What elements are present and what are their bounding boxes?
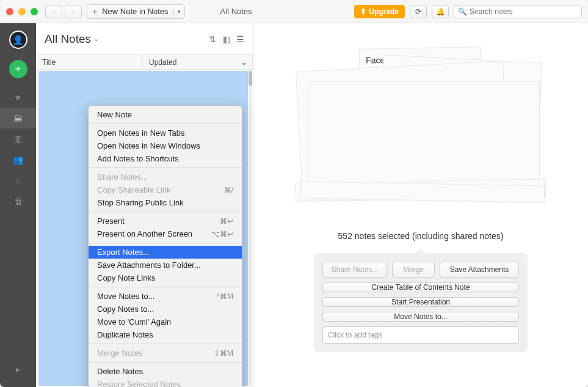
ctx-duplicate[interactable]: Duplicate Notes xyxy=(89,328,242,341)
scrollbar-track xyxy=(249,71,252,386)
detail-panel: Facebook 552 notes selected (including s… xyxy=(253,23,588,387)
create-toc-button[interactable]: Create Table of Contents Note xyxy=(322,282,519,292)
view-button[interactable]: ▥ xyxy=(222,34,230,44)
user-icon: 👤 xyxy=(13,35,23,45)
ctx-separator xyxy=(89,123,242,124)
trash-icon: 🗑 xyxy=(14,196,23,206)
plus-icon: + xyxy=(15,63,21,76)
ctx-copy-to[interactable]: Copy Notes to... xyxy=(89,303,242,315)
shortcut-label: ⇧⌘M xyxy=(214,349,233,358)
ctx-separator xyxy=(89,344,242,344)
shortcut-label: ⌘/ xyxy=(224,186,233,194)
ctx-delete[interactable]: Delete Notes xyxy=(89,365,242,378)
list-tools: ⇅ ▥ ☰ xyxy=(209,34,244,44)
notebook-icon: ▥ xyxy=(14,134,22,144)
sidebar-item-collapse[interactable]: ▸ xyxy=(0,359,36,380)
chevron-down-icon[interactable]: ▾ xyxy=(173,9,184,15)
plus-icon: + xyxy=(87,7,102,17)
window-title: All Notes xyxy=(220,7,252,16)
forward-button[interactable]: › xyxy=(65,5,82,18)
collapse-icon: ▸ xyxy=(16,364,20,374)
upgrade-label: Upgrade xyxy=(369,7,399,16)
save-attachments-button[interactable]: Save Attachments xyxy=(440,262,519,278)
new-note-button[interactable]: + New Note in Notes ▾ xyxy=(87,4,185,19)
notifications-button[interactable]: 🔔 xyxy=(432,5,449,18)
start-presentation-button[interactable]: Start Presentation xyxy=(322,297,519,307)
sidebar-item-trash[interactable]: 🗑 xyxy=(0,191,36,212)
ctx-separator xyxy=(89,287,242,287)
ctx-copy-shareable: Copy Shareable Link ⌘/ xyxy=(89,183,242,196)
selection-count-text: 552 notes selected (including shared not… xyxy=(338,231,504,241)
zoom-window-button[interactable] xyxy=(31,8,38,15)
ctx-move-cumi[interactable]: Move to 'Cumi' Again xyxy=(89,315,242,328)
column-title[interactable]: Title xyxy=(36,55,143,69)
share-notes-button[interactable]: Share Notes... xyxy=(322,262,387,278)
upgrade-icon: ⬆ xyxy=(360,7,366,16)
column-updated[interactable]: Updated ⌄ xyxy=(143,55,253,69)
shortcut-label: ⌘↩ xyxy=(220,217,233,226)
chevron-down-icon: ⌄ xyxy=(93,35,99,43)
ctx-share-notes: Share Notes... xyxy=(89,171,242,183)
bulk-actions-panel: Share Notes... Merge Save Attachments Cr… xyxy=(314,253,528,352)
ctx-separator xyxy=(89,362,242,363)
ctx-open-tabs[interactable]: Open Notes in New Tabs xyxy=(89,127,242,139)
ctx-save-attachments[interactable]: Save Attachments to Folder... xyxy=(89,259,242,271)
ctx-separator xyxy=(89,168,242,168)
sidebar-item-notebooks[interactable]: ▥ xyxy=(0,128,36,149)
avatar[interactable]: 👤 xyxy=(9,31,27,49)
column-headers: Title Updated ⌄ xyxy=(36,55,253,70)
ctx-export-notes[interactable]: Export Notes... xyxy=(89,246,242,259)
tags-placeholder: Click to add tags xyxy=(328,331,382,339)
star-icon: ★ xyxy=(14,92,22,102)
ctx-present[interactable]: Present ⌘↩ xyxy=(89,215,242,227)
people-icon: 👥 xyxy=(13,155,23,164)
note-icon: ▤ xyxy=(14,113,22,123)
app-window: ‹ › + New Note in Notes ▾ All Notes ⬆ Up… xyxy=(0,0,588,387)
ctx-present-other[interactable]: Present on Another Screen ⌥⌘↩ xyxy=(89,227,242,240)
sync-icon: ⟳ xyxy=(415,7,421,16)
ctx-separator xyxy=(89,243,242,243)
tags-input[interactable]: Click to add tags xyxy=(322,326,519,344)
list-title-dropdown[interactable]: All Notes ⌄ xyxy=(45,32,99,46)
sidebar-item-notes[interactable]: ▤ xyxy=(0,108,36,128)
merge-button[interactable]: Merge xyxy=(392,262,435,278)
back-button[interactable]: ‹ xyxy=(45,5,62,18)
scrollbar-thumb[interactable] xyxy=(249,71,252,86)
sidebar-item-shared[interactable]: 👥 xyxy=(0,149,36,170)
tag-icon: ⌂ xyxy=(15,175,20,185)
ctx-copy-links[interactable]: Copy Note Links xyxy=(89,271,242,284)
chevron-down-icon: ⌄ xyxy=(241,58,247,67)
ctx-restore: Restore Selected Notes xyxy=(89,378,242,387)
filter-button[interactable]: ☰ xyxy=(236,34,244,44)
ctx-move-to[interactable]: Move Notes to... ^⌘M xyxy=(89,290,242,303)
bell-icon: 🔔 xyxy=(436,7,445,16)
list-title-label: All Notes xyxy=(45,32,91,46)
upgrade-button[interactable]: ⬆ Upgrade xyxy=(354,5,405,18)
list-header: All Notes ⌄ ⇅ ▥ ☰ xyxy=(36,23,253,55)
ctx-new-note[interactable]: New Note xyxy=(89,108,242,121)
sidebar-item-tags[interactable]: ⌂ xyxy=(0,170,36,191)
add-note-button[interactable]: + xyxy=(9,60,27,78)
shortcut-label: ⌥⌘↩ xyxy=(211,230,233,238)
sort-button[interactable]: ⇅ xyxy=(209,34,216,44)
shortcut-label: ^⌘M xyxy=(216,292,233,301)
ctx-merge: Merge Notes ⇧⌘M xyxy=(89,347,242,359)
move-notes-button[interactable]: Move Notes to... xyxy=(322,312,519,322)
sync-button[interactable]: ⟳ xyxy=(410,5,427,18)
ctx-add-shortcuts[interactable]: Add Notes to Shortcuts xyxy=(89,152,242,165)
window-controls xyxy=(6,8,38,15)
minimize-window-button[interactable] xyxy=(18,8,26,15)
chevron-right-icon: › xyxy=(72,7,74,16)
close-window-button[interactable] xyxy=(6,8,13,15)
search-box[interactable]: 🔍 xyxy=(454,5,582,18)
ctx-stop-sharing[interactable]: Stop Sharing Public Link xyxy=(89,196,242,209)
sidebar-item-shortcuts[interactable]: ★ xyxy=(0,87,36,108)
search-input[interactable] xyxy=(470,7,578,16)
nav-buttons: ‹ › xyxy=(45,5,82,18)
search-icon: 🔍 xyxy=(458,7,467,16)
ctx-separator xyxy=(89,212,242,212)
new-note-label: New Note in Notes xyxy=(102,7,173,16)
titlebar: ‹ › + New Note in Notes ▾ All Notes ⬆ Up… xyxy=(0,0,588,23)
stack-paper xyxy=(308,81,540,185)
ctx-open-windows[interactable]: Open Notes in New Windows xyxy=(89,139,242,152)
